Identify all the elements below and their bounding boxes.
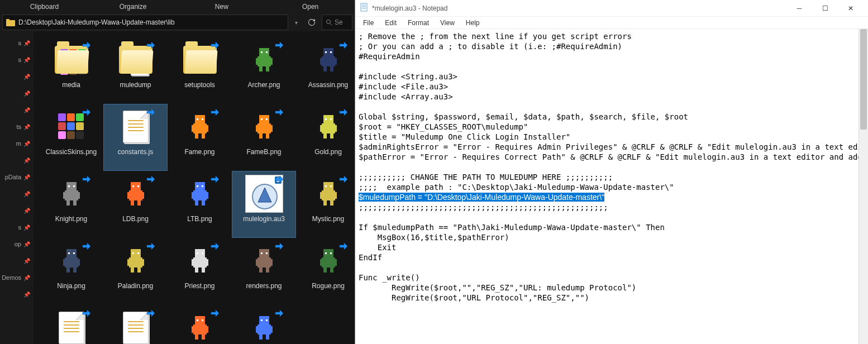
file-item[interactable]: Mystic.png — [296, 171, 355, 238]
file-item[interactable]: ClassicSkins.png — [39, 104, 103, 171]
nav-item[interactable]: s📌 — [0, 219, 34, 236]
nav-item[interactable]: ts📌 — [0, 118, 34, 135]
nav-item[interactable]: s📌 — [0, 35, 34, 51]
file-item[interactable]: Knight.png — [39, 171, 103, 238]
nav-item[interactable]: m📌 — [0, 135, 34, 152]
nav-item[interactable]: m Demos📌 — [0, 269, 34, 286]
ribbon-tab-open[interactable]: Open — [266, 0, 355, 13]
file-item[interactable]: LTB.png — [168, 171, 232, 238]
file-item[interactable] — [168, 305, 232, 344]
svg-rect-48 — [256, 125, 259, 132]
svg-rect-100 — [73, 267, 77, 273]
svg-rect-84 — [197, 185, 198, 187]
menu-help[interactable]: Help — [461, 18, 484, 28]
nav-item[interactable]: 📌 — [0, 152, 34, 169]
search-box[interactable]: Se — [322, 15, 352, 30]
svg-point-2 — [327, 20, 331, 24]
menu-format[interactable]: Format — [403, 18, 433, 28]
file-item[interactable]: Archer.png — [232, 37, 296, 104]
refresh-icon — [308, 18, 316, 26]
svg-rect-97 — [63, 259, 66, 266]
close-button[interactable]: ✕ — [838, 0, 864, 17]
svg-rect-117 — [197, 252, 198, 254]
file-icon — [245, 242, 283, 280]
svg-rect-96 — [65, 257, 78, 267]
address-dropdown-icon[interactable]: ▾ — [290, 20, 302, 26]
file-item[interactable]: Ninja.png — [39, 238, 103, 305]
notepad-title-text: *mulelogin.au3 - Notepad — [372, 4, 447, 12]
file-item[interactable]: LDB.png — [103, 171, 168, 238]
nav-item[interactable]: 📌 — [0, 85, 34, 102]
file-item[interactable] — [103, 305, 168, 344]
menu-file[interactable]: File — [359, 18, 378, 28]
file-label: constants.js — [118, 148, 153, 156]
menu-view[interactable]: View — [436, 18, 459, 28]
file-item[interactable]: media — [39, 37, 103, 104]
menu-edit[interactable]: Edit — [380, 18, 401, 28]
file-item[interactable] — [232, 305, 296, 344]
nav-label: m — [16, 140, 21, 147]
svg-rect-60 — [325, 118, 327, 120]
svg-rect-126 — [266, 252, 268, 254]
file-label: mulelogin.au3 — [243, 215, 285, 223]
scrollbar-thumb[interactable] — [860, 29, 867, 130]
file-item[interactable]: Assassin.png — [296, 37, 355, 104]
pin-icon: 📌 — [23, 107, 30, 113]
file-item[interactable]: constants.js — [103, 104, 168, 171]
nav-item[interactable]: 📌 — [0, 102, 34, 118]
svg-rect-119 — [259, 249, 269, 257]
minimize-button[interactable]: ─ — [786, 0, 812, 17]
svg-rect-29 — [58, 113, 66, 121]
file-item[interactable]: Rogue.png — [296, 238, 355, 305]
file-item[interactable]: 3 mulelogin.au3 — [232, 171, 296, 238]
ribbon-tab-new[interactable]: New — [178, 0, 266, 13]
svg-rect-101 — [68, 252, 70, 254]
file-item[interactable]: Paladin.png — [103, 238, 168, 305]
folder-icon — [6, 18, 15, 26]
svg-rect-103 — [131, 249, 141, 257]
highlighted-text[interactable]: $muledumpPath = "D:\Desktop\Jaki-Muledum… — [359, 193, 604, 202]
file-item[interactable]: Fame.png — [168, 104, 232, 171]
file-item[interactable]: Priest.png — [168, 238, 232, 305]
notepad-text-area[interactable]: ; Remove the ; from the next line if you… — [355, 29, 859, 344]
file-item[interactable]: setuptools — [168, 37, 232, 104]
svg-rect-33 — [67, 122, 75, 130]
svg-rect-49 — [269, 125, 273, 132]
file-item[interactable]: renders.png — [232, 238, 296, 305]
svg-rect-111 — [195, 249, 205, 257]
file-item[interactable] — [39, 305, 103, 344]
nav-item[interactable]: op📌 — [0, 236, 34, 252]
file-item[interactable]: muledump — [103, 37, 168, 104]
nav-item[interactable]: 📌 — [0, 68, 34, 85]
nav-item[interactable]: 📌 — [0, 202, 34, 219]
nav-item[interactable]: pData📌 — [0, 169, 34, 185]
svg-rect-82 — [195, 200, 198, 206]
svg-rect-99 — [66, 267, 70, 273]
pin-icon: 📌 — [23, 141, 30, 147]
svg-rect-41 — [205, 125, 208, 132]
svg-rect-75 — [137, 200, 141, 206]
notepad-scrollbar[interactable] — [859, 29, 868, 344]
ribbon-tab-organize[interactable]: Organize — [89, 0, 178, 13]
file-item[interactable]: FameB.png — [232, 104, 296, 171]
ribbon-tab-clipboard[interactable]: Clipboard — [0, 0, 89, 13]
file-label: LTB.png — [187, 215, 212, 223]
nav-item[interactable]: 📌 — [0, 286, 34, 303]
nav-item[interactable]: 📌 — [0, 185, 34, 202]
nav-item[interactable]: s📌 — [0, 51, 34, 68]
svg-rect-24 — [333, 58, 337, 65]
svg-rect-132 — [330, 267, 333, 273]
svg-rect-20 — [266, 51, 268, 53]
address-bar[interactable]: D:\Desktop\Jaki-Muledump-Wawa-Update-mas… — [2, 15, 288, 30]
file-icon — [309, 242, 347, 280]
file-item[interactable]: Gold.png — [296, 104, 355, 171]
maximize-button[interactable]: ☐ — [812, 0, 838, 17]
svg-rect-46 — [259, 115, 269, 123]
notepad-titlebar[interactable]: *mulelogin.au3 - Notepad ─ ☐ ✕ — [355, 0, 868, 17]
navigation-pane: s📌s📌📌📌📌ts📌m📌📌pData📌📌📌s📌op📌📌m Demos📌📌 — [0, 31, 34, 344]
nav-item[interactable]: 📌 — [0, 252, 34, 269]
file-label: Assassin.png — [308, 81, 348, 89]
svg-rect-67 — [73, 200, 77, 206]
refresh-button[interactable] — [304, 15, 319, 30]
svg-rect-115 — [195, 267, 198, 273]
